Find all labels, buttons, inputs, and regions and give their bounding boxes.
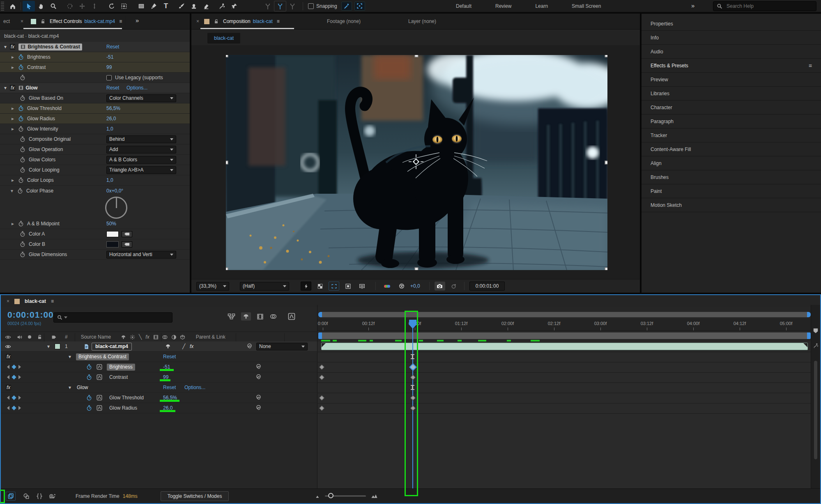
stopwatch-icon[interactable] xyxy=(18,64,24,70)
selection-handle[interactable] xyxy=(415,268,419,270)
panel-menu-icon[interactable]: ≡ xyxy=(277,18,280,24)
glow-threshold-prop-row[interactable]: Glow Threshold 56,5% xyxy=(1,393,317,403)
stopwatch-icon[interactable] xyxy=(18,126,24,132)
glow-group-options[interactable]: Options... xyxy=(184,385,205,390)
next-keyframe-button[interactable] xyxy=(18,365,23,369)
next-keyframe-button[interactable] xyxy=(18,406,23,410)
comp-button-icon[interactable] xyxy=(813,343,819,348)
search-help-input[interactable] xyxy=(727,3,800,9)
composite-original-dropdown[interactable]: Behind xyxy=(106,135,176,143)
composition-tab-title[interactable]: Composition xyxy=(223,18,251,24)
bc-group-row[interactable]: fx ▾ Brightness & Contrast Reset xyxy=(1,352,317,362)
stopwatch-icon[interactable] xyxy=(20,136,25,142)
composition-mini-flowchart-icon[interactable] xyxy=(228,313,235,320)
glow-group-row[interactable]: fx ▾ Glow Reset Options... xyxy=(1,383,317,393)
live-update-toggle[interactable] xyxy=(6,492,16,501)
effect-bc-title[interactable]: Brightness & Contrast xyxy=(18,44,82,50)
stopwatch-icon[interactable] xyxy=(86,405,92,411)
resolution-dropdown[interactable]: (Half) xyxy=(240,282,289,291)
composition-frame[interactable] xyxy=(226,55,607,270)
stopwatch-icon[interactable] xyxy=(20,241,25,247)
stopwatch-icon[interactable] xyxy=(20,231,25,237)
bc-reset-button[interactable]: Reset xyxy=(106,44,119,50)
workspace-small-screen[interactable]: Small Screen xyxy=(572,3,601,9)
expressions-icon[interactable] xyxy=(36,493,43,499)
stopwatch-icon[interactable] xyxy=(20,147,25,152)
timeline-zoom-slider[interactable] xyxy=(325,495,366,497)
parent-link-column-header[interactable]: Parent & Link xyxy=(196,334,225,340)
sidebar-item-properties[interactable]: Properties xyxy=(642,17,821,31)
snapping-checkbox[interactable] xyxy=(308,3,314,9)
dolly-camera-tool[interactable] xyxy=(88,1,101,11)
contrast-prop-label[interactable]: Contrast xyxy=(109,374,128,380)
expand-chevron-icon[interactable]: ▸ xyxy=(11,126,14,132)
zoom-in-mountain-icon[interactable] xyxy=(371,494,378,499)
glow-operation-dropdown[interactable]: Add xyxy=(106,146,176,153)
glow-group-name[interactable]: Glow xyxy=(77,385,88,390)
expand-chevron-icon[interactable]: ▸ xyxy=(11,221,14,227)
layer-row[interactable]: ▾ 1 black-cat.mp4 ╱ fx None xyxy=(1,341,317,352)
brightness-prop-row[interactable]: Brightness -51 xyxy=(1,362,317,372)
stopwatch-icon[interactable] xyxy=(20,252,25,257)
expand-chevron-icon[interactable]: ▸ xyxy=(11,54,14,60)
comp-marker-bin-icon[interactable] xyxy=(813,328,819,334)
contrast-value[interactable]: 99 xyxy=(106,64,112,70)
glow-threshold-prop-label[interactable]: Glow Threshold xyxy=(109,395,144,401)
work-area-bar[interactable] xyxy=(318,332,811,339)
channel-rgb-button[interactable] xyxy=(381,282,393,291)
group-collapse-chevron-icon[interactable]: ▾ xyxy=(69,385,71,390)
snap-options-button[interactable] xyxy=(341,2,352,11)
group-collapse-chevron-icon[interactable]: ▾ xyxy=(69,354,71,360)
panel-menu-icon[interactable]: ≡ xyxy=(809,62,812,69)
draft3d-toggle[interactable] xyxy=(23,493,30,499)
pickwhip-icon[interactable] xyxy=(255,364,261,370)
layer-shy-switch[interactable] xyxy=(165,344,171,349)
stopwatch-icon[interactable] xyxy=(18,177,24,183)
pen-tool[interactable] xyxy=(147,1,160,11)
home-button[interactable] xyxy=(7,1,19,11)
composition-breadcrumb[interactable]: black-cat xyxy=(207,33,240,44)
snap-bounds-button[interactable] xyxy=(354,2,365,11)
prev-keyframe-button[interactable] xyxy=(5,375,9,379)
selection-handle[interactable] xyxy=(226,161,228,165)
layer-quality-switch[interactable]: ╱ xyxy=(182,344,185,349)
magnification-dropdown[interactable]: (33,3%) xyxy=(196,282,229,291)
puppet-pin-tool[interactable] xyxy=(228,1,240,11)
selection-handle[interactable] xyxy=(226,55,228,57)
selection-handle[interactable] xyxy=(605,161,608,165)
zoom-out-mountain-icon[interactable] xyxy=(315,494,321,499)
color-b-swatch[interactable] xyxy=(106,241,119,247)
expand-chevron-icon[interactable]: ▸ xyxy=(11,64,14,70)
exposure-value[interactable]: +0,0 xyxy=(410,283,420,289)
layer-visibility-icon[interactable] xyxy=(5,344,11,349)
layer-fx-switch[interactable]: fx xyxy=(190,344,193,349)
panel-menu-icon[interactable]: ≡ xyxy=(119,18,122,24)
expand-chevron-icon[interactable]: ▸ xyxy=(11,116,14,121)
graph-toggle-icon[interactable] xyxy=(97,374,102,380)
rotation-tool[interactable] xyxy=(106,1,118,11)
glow-radius-prop-row[interactable]: Glow Radius 26,0 xyxy=(1,403,317,413)
color-a-eyedropper-icon[interactable] xyxy=(122,231,132,237)
stopwatch-icon[interactable] xyxy=(86,395,92,401)
world-axis-mode[interactable] xyxy=(274,1,286,11)
pickwhip-icon[interactable] xyxy=(255,374,261,380)
selection-tool[interactable] xyxy=(23,1,35,11)
graph-toggle-icon[interactable] xyxy=(97,364,102,370)
sidebar-item-content-aware-fill[interactable]: Content-Aware Fill xyxy=(642,142,821,156)
unlock-icon[interactable] xyxy=(40,19,46,24)
sidebar-item-paint[interactable]: Paint xyxy=(642,184,821,198)
ab-midpoint-value[interactable]: 50% xyxy=(106,221,116,227)
snapping-toggle[interactable]: Snapping xyxy=(308,3,337,9)
bc-group-reset[interactable]: Reset xyxy=(163,354,176,360)
pickwhip-icon[interactable] xyxy=(255,395,261,401)
motion-blur-toggle[interactable] xyxy=(257,313,264,320)
clone-stamp-tool[interactable] xyxy=(188,1,200,11)
workspace-review[interactable]: Review xyxy=(495,3,511,9)
sidebar-item-character[interactable]: Character xyxy=(642,101,821,115)
sidebar-item-align[interactable]: Align xyxy=(642,156,821,170)
timeline-top-scrollbar[interactable] xyxy=(318,312,811,317)
stopwatch-icon[interactable] xyxy=(17,188,23,194)
timeline-vertical-scrollbar[interactable] xyxy=(814,361,817,459)
selection-handle[interactable] xyxy=(415,55,419,57)
footage-tab[interactable]: Footage (none) xyxy=(327,18,361,24)
